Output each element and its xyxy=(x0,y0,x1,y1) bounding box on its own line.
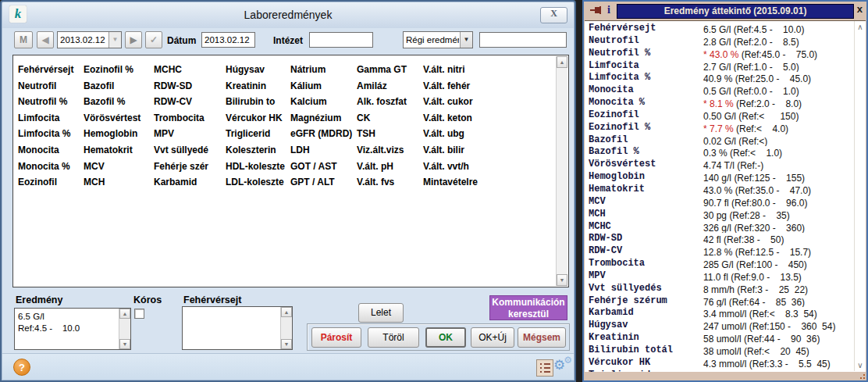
next-date-button[interactable]: ▶ xyxy=(125,31,142,48)
test-item[interactable]: Húgysav xyxy=(226,62,290,78)
m-button[interactable]: M xyxy=(14,31,33,48)
test-item[interactable]: V.ált. fehér xyxy=(423,78,548,95)
test-item[interactable]: V.ált. ubg xyxy=(423,126,548,142)
date-select[interactable]: 2013.02.12 ▼ xyxy=(57,31,122,48)
torol-button[interactable]: Töröl xyxy=(368,327,419,348)
test-item[interactable]: Limfocita % xyxy=(18,126,84,142)
test-item[interactable]: Kalcium xyxy=(290,94,357,110)
test-item[interactable]: MCHC xyxy=(154,62,226,78)
test-item[interactable]: RDW-SD xyxy=(154,78,226,95)
test-item[interactable]: MCV xyxy=(84,159,154,175)
test-item[interactable]: Monocita % xyxy=(18,159,84,175)
scroll-up-icon[interactable]: ∧ xyxy=(855,23,866,31)
test-item[interactable]: CK xyxy=(357,110,423,127)
gear-icon[interactable]: ⚙⚙ xyxy=(553,357,572,376)
test-item[interactable]: Magnézium xyxy=(290,110,357,127)
test-item[interactable]: Eozinofil % xyxy=(84,62,154,78)
ok-button[interactable]: OK xyxy=(425,327,466,348)
test-item[interactable]: V.ált. fvs xyxy=(357,174,423,191)
info-icon[interactable]: i xyxy=(607,4,610,16)
test-item[interactable]: Triglicerid xyxy=(226,126,290,142)
test-item[interactable]: MCH xyxy=(84,174,154,191)
test-item[interactable]: TSH xyxy=(357,126,423,142)
test-item[interactable]: Limfocita xyxy=(18,110,84,127)
confirm-date-button[interactable]: ✓ xyxy=(145,31,162,48)
scroll-down-icon[interactable]: ▼ xyxy=(119,339,130,349)
scroll-up-icon[interactable]: ▲ xyxy=(119,309,130,319)
test-item[interactable]: Vvt süllyedé xyxy=(154,142,226,159)
pin-icon[interactable] xyxy=(590,6,603,14)
parosit-button[interactable]: Párosít xyxy=(311,327,361,348)
test-item[interactable]: Bazofil xyxy=(84,78,154,95)
regi-eredmeny-input[interactable] xyxy=(479,32,567,48)
test-item[interactable]: V.ált. bilir xyxy=(423,142,548,159)
kommunikacio-button[interactable]: Kommunikáción keresztül xyxy=(489,295,567,320)
test-listbox[interactable]: FehérvérsejtNeutrofilNeutrofil %Limfocit… xyxy=(12,55,569,287)
test-item[interactable]: Kálium xyxy=(290,78,357,95)
test-item[interactable]: MPV xyxy=(154,126,226,142)
test-item[interactable]: Kreatinin xyxy=(226,78,290,95)
list-icon[interactable] xyxy=(536,359,553,377)
test-item[interactable]: Viz.ált.vizs xyxy=(357,142,423,159)
intezet-input[interactable] xyxy=(309,32,373,48)
datum-input[interactable] xyxy=(201,32,255,48)
test-item[interactable]: Vércukor HK xyxy=(226,110,290,127)
help-icon[interactable]: ? xyxy=(13,359,30,376)
test-item[interactable]: Hemoglobin xyxy=(84,126,154,142)
test-item[interactable]: Koleszterin xyxy=(226,142,290,159)
test-item[interactable]: Fehérvérsejt xyxy=(18,62,84,78)
test-item[interactable]: Trombocita xyxy=(154,110,226,127)
overlay-list[interactable]: Fehérvérsejt6.5 G/l (Ref:4.5 - 10.0)Neut… xyxy=(585,20,866,373)
test-item[interactable]: Hematokrit xyxy=(84,142,154,159)
overlay-close-icon[interactable]: x xyxy=(857,3,863,15)
test-item[interactable]: V.ált. cukor xyxy=(423,94,548,110)
test-item[interactable]: Monocita xyxy=(18,142,84,159)
scroll-up-icon[interactable]: ▲ xyxy=(557,56,567,68)
test-item[interactable]: Amiláz xyxy=(357,78,423,95)
test-item[interactable]: GPT / ALT xyxy=(290,174,357,191)
selected-test-textarea[interactable]: ▲ ▼ xyxy=(182,306,293,350)
prev-date-button[interactable]: ◀ xyxy=(37,31,54,48)
test-item[interactable]: LDH xyxy=(290,142,357,159)
koros-checkbox[interactable] xyxy=(134,309,144,319)
test-item[interactable]: Fehérje szér xyxy=(154,159,226,175)
ok-uj-button[interactable]: OK+Új xyxy=(471,327,514,348)
test-item[interactable]: V.ált. nitri xyxy=(423,62,548,78)
test-item[interactable]: Neutrofil % xyxy=(18,94,84,110)
test-item[interactable]: Gamma GT xyxy=(357,62,423,78)
resize-grip[interactable] xyxy=(857,373,865,379)
regi-eredmeny-select[interactable]: Régi eredmér ▼ xyxy=(403,31,473,48)
scroll-down-icon[interactable]: ▼ xyxy=(557,274,567,286)
result-reference-range: (Ref:25.0 - 45.0) xyxy=(735,73,811,84)
test-item[interactable]: Karbamid xyxy=(154,174,226,191)
test-item[interactable]: Alk. foszfat xyxy=(357,94,423,110)
test-item[interactable]: Eozinofil xyxy=(18,174,84,191)
test-item[interactable]: Bilirubin to xyxy=(226,94,290,110)
test-item[interactable]: Bazofil % xyxy=(84,94,154,110)
scroll-up-icon[interactable]: ▲ xyxy=(281,307,292,317)
test-item[interactable]: RDW-CV xyxy=(154,94,226,110)
lelet-button[interactable]: Lelet xyxy=(358,303,404,323)
test-item[interactable]: V.ált. pH xyxy=(357,159,423,175)
result-row: Trombocita285 G/l (Ref:100 - 450) xyxy=(585,258,866,270)
test-item[interactable]: Mintavételre xyxy=(423,174,548,191)
test-item[interactable]: GOT / AST xyxy=(290,159,357,175)
listbox-scrollbar[interactable]: ▲ ▼ xyxy=(556,56,567,286)
megsem-button[interactable]: Mégsem xyxy=(518,327,566,348)
test-item[interactable]: eGFR (MDRD) xyxy=(290,126,357,142)
eredmeny-scrollbar[interactable]: ▲ ▼ xyxy=(119,309,130,349)
test-item[interactable]: Vörösvértest xyxy=(84,110,154,127)
scroll-down-icon[interactable]: ∨ xyxy=(855,361,866,370)
eredmeny-textarea[interactable]: 6.5 G/l Ref:4.5 - 10.0 ▲ ▼ xyxy=(14,308,131,350)
test-item[interactable]: Neutrofil xyxy=(18,78,84,95)
selected-test-scrollbar[interactable]: ▲ ▼ xyxy=(280,307,292,349)
result-row: Neutrofil2.8 G/l (Ref:2.0 - 8.5) xyxy=(585,35,866,48)
test-item[interactable]: V.ált. keton xyxy=(423,110,548,127)
test-item[interactable]: HDL-koleszte xyxy=(226,159,290,175)
test-item[interactable]: V.ált. vvt/h xyxy=(423,159,548,175)
overlay-scrollbar[interactable]: ∧ ∨ xyxy=(854,21,866,371)
scroll-down-icon[interactable]: ▼ xyxy=(281,339,292,349)
close-button[interactable]: X xyxy=(540,7,567,23)
test-item[interactable]: Nátrium xyxy=(290,62,357,78)
test-item[interactable]: LDL-koleszte xyxy=(226,174,290,191)
